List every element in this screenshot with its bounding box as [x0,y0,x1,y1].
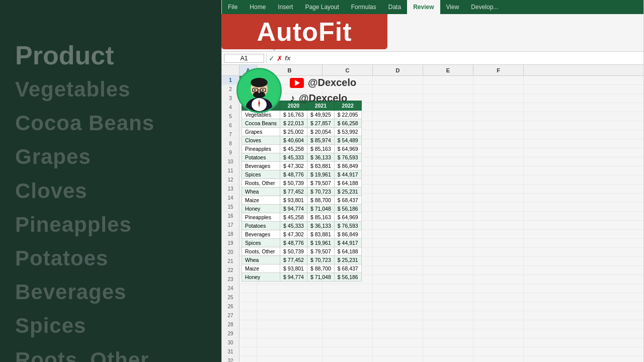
table-row[interactable]: 28 [222,320,643,329]
data-table-overlay: Product202020212022 Vegetables$ 16,763$ … [242,101,362,282]
tab-file[interactable]: File [222,0,244,14]
svg-point-12 [258,92,260,93]
tiktok-link: ♪ @Dexcelo [290,93,356,104]
bg-product-header: Product [15,40,211,70]
table-row[interactable]: Beverages$ 47,302$ 83,881$ 86,849 [242,162,362,170]
table-row[interactable]: Maize$ 93,801$ 88,700$ 68,437 [242,196,362,205]
table-row[interactable]: Potatoes$ 45,333$ 36,133$ 76,593 [242,153,362,162]
formula-divider [266,54,267,63]
product-table: Product202020212022 Vegetables$ 16,763$ … [242,101,362,282]
table-row[interactable]: 29 [222,329,643,338]
avatar [236,68,282,113]
col-header-D[interactable]: D [373,65,423,75]
svg-point-10 [254,89,256,91]
ribbon-tabs: File Home Insert Page Layout Formulas Da… [222,0,643,14]
table-row[interactable]: Whea$ 77,452$ 70,723$ 25,231 [242,256,362,264]
table-row[interactable]: Maize$ 93,801$ 88,700$ 68,437 [242,264,362,273]
table-row[interactable]: Potatoes$ 45,333$ 36,133$ 76,593 [242,222,362,230]
bg-left-rows: Vegetables Cocoa Beans Grapes Cloves Pin… [15,72,211,362]
table-row[interactable]: 25 [222,293,643,302]
table-row[interactable]: 31 [222,347,643,356]
tab-page-layout[interactable]: Page Layout [299,0,345,14]
table-row[interactable]: 30 [222,338,643,347]
youtube-icon [290,78,304,88]
youtube-link: @Dexcelo [290,77,356,88]
tab-insert[interactable]: Insert [272,0,299,14]
social-links: @Dexcelo ♪ @Dexcelo [290,77,356,104]
youtube-play-icon [295,80,300,86]
table-row[interactable]: Cocoa Beans$ 22,013$ 27,857$ 66,258 [242,119,362,128]
avatar-svg [238,68,280,113]
tab-formulas[interactable]: Formulas [345,0,382,14]
table-row[interactable]: Grapes$ 25,002$ 20,054$ 53,992 [242,128,362,136]
table-row[interactable]: Pineapples$ 45,258$ 85,163$ 64,969 [242,213,362,222]
checkmark-icon[interactable]: ✓ [269,54,275,62]
table-row[interactable]: Beverages$ 47,302$ 83,881$ 86,849 [242,230,362,239]
autofit-banner: AutoFit [221,14,387,49]
formula-controls: ✓ ✗ [269,54,283,62]
svg-point-11 [262,89,264,91]
name-box[interactable] [224,54,264,63]
profile-overlay: @Dexcelo ♪ @Dexcelo [236,68,356,113]
tab-view[interactable]: View [440,0,465,14]
youtube-handle: @Dexcelo [308,77,356,88]
table-row[interactable]: Spices$ 48,776$ 19,961$ 44,917 [242,239,362,247]
background-left: Product Vegetables Cocoa Beans Grapes Cl… [0,0,221,362]
table-row[interactable]: 27 [222,311,643,320]
table-row[interactable]: 26 [222,302,643,311]
tiktok-handle: @Dexcelo [299,93,347,104]
cancel-icon[interactable]: ✗ [277,54,283,62]
table-row[interactable]: Pineapples$ 45,258$ 85,163$ 64,969 [242,145,362,153]
table-row[interactable]: Whea$ 77,452$ 70,723$ 25,231 [242,188,362,196]
table-row[interactable]: 24 [222,284,643,293]
table-row[interactable]: 32 [222,356,643,362]
formula-bar: ✓ ✗ fx [222,52,643,65]
table-row[interactable]: Roots, Other$ 50,739$ 79,507$ 64,188 [242,179,362,188]
svg-point-5 [251,78,268,87]
autofit-text: AutoFit [257,17,352,47]
tiktok-icon: ♪ [290,93,295,104]
tab-data[interactable]: Data [382,0,407,14]
table-row[interactable]: Roots, Other$ 50,739$ 79,507$ 64,188 [242,247,362,256]
table-row[interactable]: Spices$ 48,776$ 19,961$ 44,917 [242,170,362,179]
col-header-E[interactable]: E [423,65,473,75]
table-body: Vegetables$ 16,763$ 49,925$ 22,095Cocoa … [242,111,362,282]
table-row[interactable]: Cloves$ 40,604$ 85,974$ 54,489 [242,136,362,145]
tab-review[interactable]: Review [407,0,440,14]
tab-developer[interactable]: Develop... [465,0,504,14]
col-header-F[interactable]: F [473,65,524,75]
fx-label: fx [285,54,291,62]
formula-input[interactable] [293,55,641,62]
tab-home[interactable]: Home [244,0,272,14]
table-row[interactable]: Honey$ 94,774$ 71,048$ 56,186 [242,205,362,213]
table-row[interactable]: Honey$ 94,774$ 71,048$ 56,186 [242,273,362,282]
